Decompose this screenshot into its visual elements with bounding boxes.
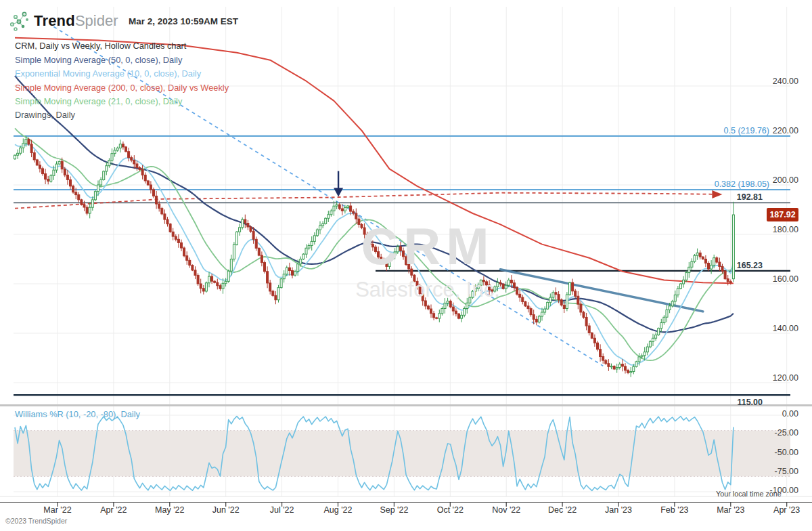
legend-item-2[interactable]: Simple Moving Average (200, 0, close), D… xyxy=(15,83,229,93)
price-axis-label-180.00: 180.00 xyxy=(758,225,798,234)
time-axis-label-3: Jun '22 xyxy=(206,505,246,515)
price-axis-label-160.00: 160.00 xyxy=(758,274,798,284)
trendspider-chart-screen: CRM Salesforce, Inc. TrendSpider Mar 2, … xyxy=(0,0,812,531)
logo-text-bold: Trend xyxy=(34,12,75,29)
time-axis-label-0: Mar '22 xyxy=(37,505,78,515)
time-axis-label-11: Feb '23 xyxy=(654,505,695,515)
time-axis-label-13: Apr '23 xyxy=(767,505,807,515)
time-axis-label-12: Mar '23 xyxy=(710,505,751,515)
copyright: ©2023 TrendSpider xyxy=(5,517,67,525)
wpr-axis-label-0: 0.00 xyxy=(758,409,798,419)
trendspider-logo xyxy=(8,9,31,35)
fib-level-label-0-382: 0.382 (198.05) xyxy=(695,179,769,189)
price-axis-label-240.00: 240.00 xyxy=(758,77,798,86)
trendspider-logo-icon xyxy=(8,9,31,33)
chart-datetime: Mar 2, 2023 10:59AM EST xyxy=(129,16,238,26)
wpr-indicator-label[interactable]: Williams %R (10, -20, -80), Daily xyxy=(15,409,140,419)
watermark-symbol: CRM xyxy=(292,217,563,276)
time-axis-label-7: Oct '22 xyxy=(430,505,470,515)
time-axis-label-10: Jan '23 xyxy=(598,505,639,515)
legend-item-0[interactable]: Simple Moving Average (50, 0, close), Da… xyxy=(15,55,182,65)
time-axis-label-1: Apr '22 xyxy=(93,505,134,515)
time-axis-label-8: Nov '22 xyxy=(486,505,526,515)
fib-level-label-0-5: 0.5 (219.76) xyxy=(695,126,769,135)
chart-title[interactable]: CRM, Daily vs Weekly, Hollow Candles cha… xyxy=(15,41,186,51)
time-axis-label-5: Aug '22 xyxy=(318,505,359,515)
last-price-badge: 187.92 xyxy=(767,208,798,221)
time-axis-label-9: Dec '22 xyxy=(542,505,583,515)
legend-item-4[interactable]: Drawings, Daily xyxy=(15,110,75,120)
logo-text-light: Spider xyxy=(75,12,118,29)
timezone-note[interactable]: Your local time zone xyxy=(716,490,782,498)
price-level-label-115-00: 115.00 xyxy=(722,398,763,407)
wpr-axis-label-2: -50.00 xyxy=(758,448,798,457)
time-axis-label-4: Jul '22 xyxy=(262,505,302,515)
price-axis-label-120.00: 120.00 xyxy=(758,373,798,383)
time-axis-label-2: May '22 xyxy=(150,505,190,515)
time-axis-label-6: Sep '22 xyxy=(374,505,414,515)
price-level-label-165-23: 165.23 xyxy=(722,261,763,270)
price-axis-label-140.00: 140.00 xyxy=(758,324,798,333)
legend-item-3[interactable]: Simple Moving Average (21, 0, close), Da… xyxy=(15,96,182,106)
price-level-label-192-81: 192.81 xyxy=(722,192,763,202)
trendspider-logo-text: TrendSpider xyxy=(34,12,118,30)
legend-item-1[interactable]: Exponential Moving Average (10, 0, close… xyxy=(15,68,201,79)
wpr-axis-label-3: -75.00 xyxy=(758,467,798,476)
watermark-company: Salesforce, Inc. xyxy=(292,278,563,302)
wpr-axis-label-1: -25.00 xyxy=(758,428,798,438)
